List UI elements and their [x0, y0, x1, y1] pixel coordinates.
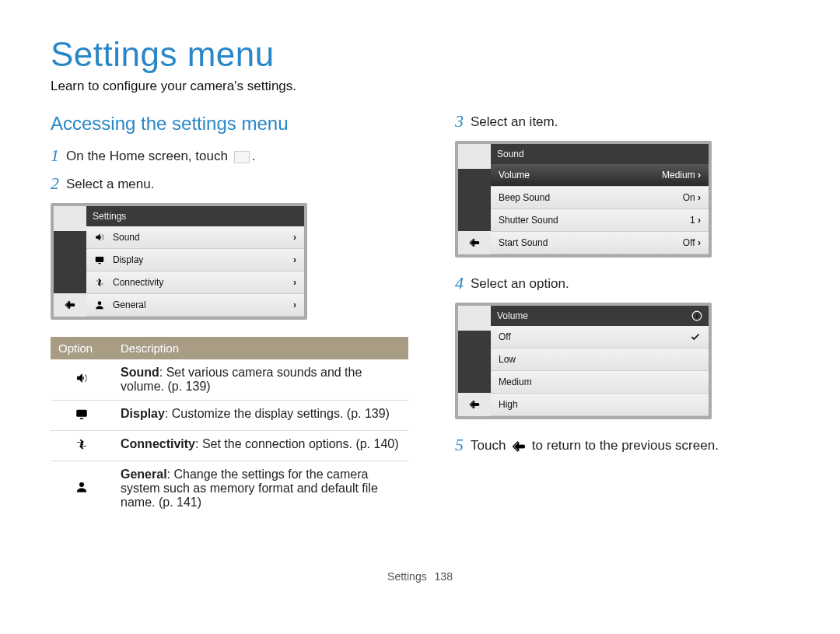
item-row-start[interactable]: Start Sound Off ›: [491, 232, 709, 254]
row-label: Shutter Sound: [499, 215, 558, 226]
step-2: 2 Select a menu.: [51, 175, 408, 192]
page-footer: Settings 138: [51, 570, 789, 583]
row-label: Medium: [499, 377, 532, 387]
step-number: 1: [51, 147, 66, 164]
step-5: 5 Touch to return to the previous screen…: [455, 436, 789, 454]
item-row-beep[interactable]: Beep Sound On ›: [491, 187, 709, 209]
row-label: Start Sound: [499, 237, 548, 248]
table-row: Display: Customize the display settings.…: [51, 401, 408, 431]
step-3: 3 Select an item.: [455, 113, 789, 130]
menu-row-display[interactable]: Display ›: [86, 249, 304, 271]
row-label: Connectivity: [113, 277, 163, 288]
chevron-right-icon: ›: [293, 232, 296, 243]
screen-thumbnail: [458, 144, 491, 169]
step-1-text: On the Home screen, touch: [66, 149, 228, 163]
row-label: General: [113, 299, 146, 310]
chevron-right-icon: ›: [698, 170, 701, 180]
table-row: General: Change the settings for the cam…: [51, 461, 408, 517]
table-row: Connectivity: Set the connection options…: [51, 431, 408, 461]
step-5-pre: Touch: [471, 438, 506, 453]
menu-row-sound[interactable]: Sound ›: [86, 226, 304, 249]
settings-home-icon: [234, 151, 250, 163]
screen-thumbnail: [458, 306, 491, 331]
chevron-right-icon: ›: [293, 254, 296, 265]
back-icon: [469, 237, 480, 248]
sound-screen: Sound Volume Medium › Beep Sound On › Sh…: [455, 141, 712, 257]
item-row-shutter[interactable]: Shutter Sound 1 ›: [491, 209, 709, 232]
chevron-right-icon: ›: [293, 277, 296, 288]
step-2-text: Select a menu.: [66, 175, 154, 192]
step-1-suffix: .: [252, 149, 256, 163]
general-icon: [94, 299, 105, 310]
return-icon: [512, 440, 526, 454]
row-value: Off: [683, 237, 695, 248]
step-number: 2: [51, 175, 66, 192]
left-column: Accessing the settings menu 1 On the Hom…: [51, 113, 408, 516]
step-3-text: Select an item.: [471, 113, 558, 130]
sound-icon: [51, 359, 113, 401]
option-row-medium[interactable]: Medium: [491, 371, 709, 394]
step-number: 4: [455, 275, 471, 292]
row-label: Volume: [499, 170, 530, 180]
back-button[interactable]: [54, 293, 86, 317]
screen-title: Sound: [491, 144, 709, 164]
menu-row-general[interactable]: General ›: [86, 294, 304, 317]
display-icon: [94, 254, 105, 265]
footer-page-number: 138: [435, 570, 453, 583]
item-row-volume[interactable]: Volume Medium ›: [491, 164, 709, 187]
screen-thumbnail: [54, 206, 86, 231]
chevron-right-icon: ›: [698, 237, 701, 248]
settings-screen: Settings Sound › Display › Connectivity: [51, 203, 307, 320]
sound-icon: [94, 232, 105, 243]
col-description: Description: [113, 337, 408, 359]
connectivity-icon: [94, 277, 105, 288]
row-label: Sound: [113, 232, 140, 243]
row-label: Beep Sound: [499, 192, 550, 203]
row-value: Medium: [662, 170, 695, 180]
right-column: 3 Select an item. Sound: [455, 113, 789, 516]
row-label: Off: [499, 331, 511, 342]
page-subtitle: Learn to configure your camera's setting…: [51, 79, 789, 94]
chevron-right-icon: ›: [293, 299, 296, 310]
info-icon[interactable]: [691, 310, 702, 321]
table-row: Sound: Set various camera sounds and the…: [51, 359, 408, 401]
footer-section: Settings: [387, 570, 427, 583]
screen-title: Settings: [86, 206, 304, 226]
back-button[interactable]: [458, 393, 491, 416]
option-row-off[interactable]: Off: [491, 326, 709, 349]
check-icon: [690, 331, 701, 342]
row-value: On: [683, 192, 695, 203]
row-label: High: [499, 399, 518, 410]
volume-screen: Volume Off Low Medium: [455, 303, 712, 419]
col-option: Option: [51, 337, 113, 359]
general-icon: [51, 461, 113, 517]
connectivity-icon: [51, 431, 113, 461]
step-number: 3: [455, 113, 471, 130]
option-row-high[interactable]: High: [491, 394, 709, 416]
back-icon: [469, 399, 480, 410]
chevron-right-icon: ›: [698, 192, 701, 203]
options-table: Option Description Sound: Set various ca…: [51, 337, 408, 516]
section-heading: Accessing the settings menu: [51, 113, 408, 135]
page-title: Settings menu: [51, 35, 789, 74]
back-icon: [65, 299, 75, 310]
chevron-right-icon: ›: [698, 215, 701, 226]
row-label: Display: [113, 254, 143, 265]
row-label: Low: [499, 354, 516, 365]
back-button[interactable]: [458, 231, 491, 254]
step-number: 5: [455, 436, 471, 454]
step-5-post: to return to the previous screen.: [532, 438, 719, 453]
screen-title: Volume: [491, 306, 709, 326]
row-value: 1: [690, 215, 695, 226]
step-4-text: Select an option.: [471, 275, 569, 292]
menu-row-connectivity[interactable]: Connectivity ›: [86, 271, 304, 294]
step-1: 1 On the Home screen, touch .: [51, 147, 408, 164]
step-4: 4 Select an option.: [455, 275, 789, 292]
display-icon: [51, 401, 113, 431]
option-row-low[interactable]: Low: [491, 349, 709, 371]
